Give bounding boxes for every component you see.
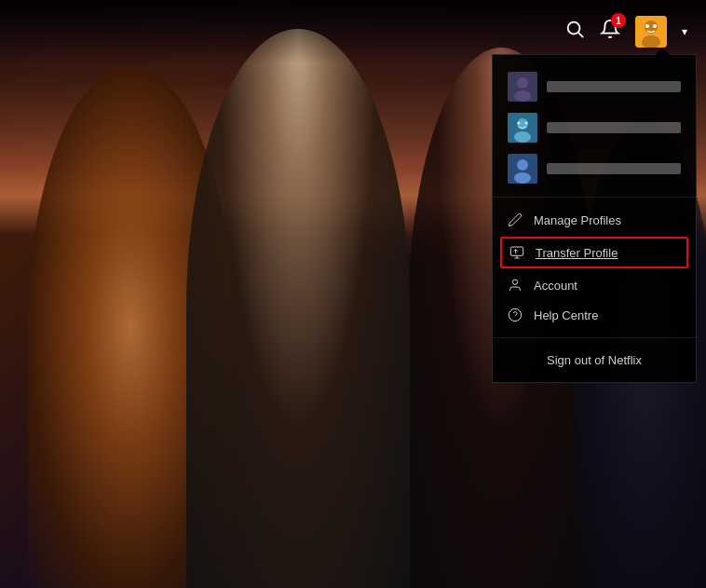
svg-point-6 <box>653 24 657 28</box>
account-item[interactable]: Account <box>493 270 696 300</box>
sign-out-section: Sign out of Netflix <box>493 338 696 378</box>
profile-item-3[interactable] <box>508 148 681 189</box>
avatar-image <box>635 16 667 48</box>
notification-icon[interactable]: 1 <box>600 19 620 45</box>
pencil-icon <box>508 212 523 227</box>
svg-point-5 <box>645 24 649 28</box>
profile-name-bar-3 <box>547 163 681 174</box>
bg-figure-center <box>186 29 410 588</box>
person-icon <box>508 278 523 293</box>
profile-name-bar-1 <box>547 81 681 92</box>
manage-profiles-item[interactable]: Manage Profiles <box>493 205 696 235</box>
menu-section: Manage Profiles Transfer Profile Account <box>493 198 696 338</box>
help-centre-label: Help Centre <box>534 308 598 322</box>
profile-thumbnail-2 <box>508 113 537 143</box>
profile-avatar[interactable] <box>635 16 667 48</box>
question-icon <box>508 308 523 322</box>
svg-point-17 <box>514 172 531 184</box>
chevron-down-icon[interactable]: ▾ <box>682 25 687 38</box>
svg-point-8 <box>517 77 528 89</box>
transfer-profile-item[interactable]: Transfer Profile <box>500 237 688 268</box>
profile-name-bar-2 <box>547 122 681 133</box>
svg-point-9 <box>514 90 531 102</box>
profile-item-1[interactable] <box>508 66 681 107</box>
help-centre-item[interactable]: Help Centre <box>493 300 696 330</box>
svg-point-12 <box>514 131 531 143</box>
profile-item-2[interactable] <box>508 107 681 148</box>
profile-dropdown: Manage Profiles Transfer Profile Account <box>492 54 697 383</box>
search-icon[interactable] <box>564 19 585 45</box>
account-label: Account <box>534 279 577 293</box>
svg-point-23 <box>509 308 521 321</box>
profile-list <box>493 55 696 198</box>
profile-thumbnail-1 <box>508 72 537 102</box>
svg-line-1 <box>578 33 583 37</box>
svg-point-22 <box>512 280 517 284</box>
svg-point-16 <box>517 159 528 171</box>
sign-out-button[interactable]: Sign out of Netflix <box>493 349 696 371</box>
svg-point-14 <box>525 122 528 125</box>
profile-thumbnail-3 <box>508 154 537 184</box>
transfer-icon <box>509 245 524 260</box>
manage-profiles-label: Manage Profiles <box>534 213 621 227</box>
svg-point-0 <box>568 22 580 34</box>
notification-badge: 1 <box>611 13 626 28</box>
svg-point-13 <box>518 122 521 125</box>
transfer-profile-label: Transfer Profile <box>536 246 618 260</box>
